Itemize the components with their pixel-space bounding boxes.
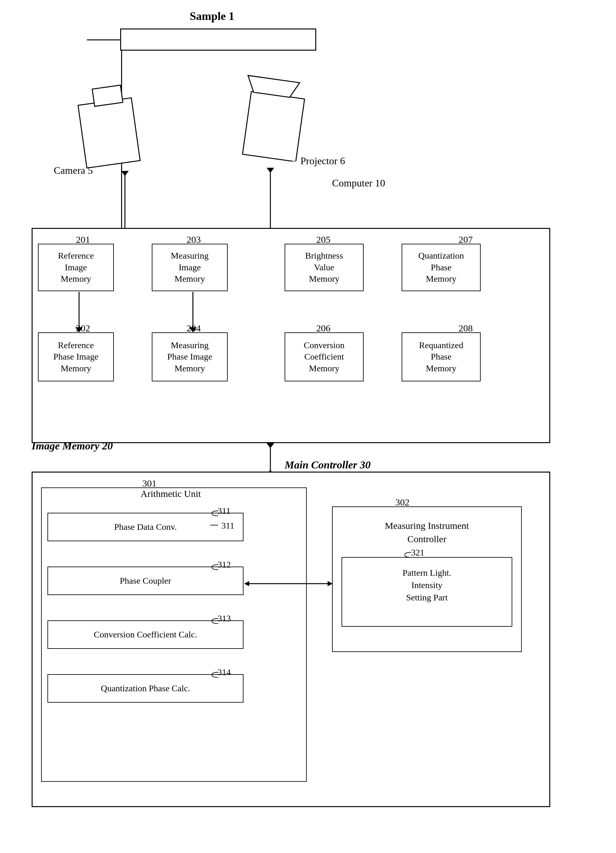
- svg-rect-3: [78, 98, 140, 168]
- arithmetic-unit-label: Arithmetic Unit: [107, 489, 234, 499]
- projector-svg: [240, 73, 313, 161]
- computer-label: Computer 10: [332, 177, 385, 189]
- svg-marker-24: [328, 581, 333, 586]
- bracket-311: [209, 508, 221, 519]
- cell-207: QuantizationPhaseMemory: [402, 244, 481, 291]
- svg-marker-17: [266, 443, 274, 448]
- cell-203-text: MeasuringImageMemory: [171, 250, 209, 285]
- num-206: 206: [316, 323, 330, 334]
- cell-207-text: QuantizationPhaseMemory: [418, 250, 464, 285]
- svg-marker-22: [244, 581, 249, 586]
- cell-312-text: Phase Coupler: [120, 576, 171, 586]
- num-207: 207: [459, 234, 473, 245]
- camera-svg: [76, 82, 145, 171]
- svg-marker-10: [266, 168, 274, 173]
- cell-205-text: BrightnessValueMemory: [305, 250, 343, 285]
- svg-rect-8: [242, 91, 304, 161]
- cell-206: ConversionCoefficientMemory: [285, 332, 364, 381]
- arrow-camera-mem: [121, 171, 129, 235]
- cell-311-text: Phase Data Conv.: [114, 522, 177, 532]
- controller-title: Measuring InstrumentController: [335, 519, 519, 546]
- num-203: 203: [186, 234, 201, 245]
- setting-part-text: Pattern Light.IntensitySetting Part: [345, 566, 509, 604]
- num-311: 311: [221, 522, 240, 533]
- bracket-313: [209, 616, 221, 626]
- cell-204-text: MeasuringPhase ImageMemory: [167, 340, 212, 374]
- cell-203: MeasuringImageMemory: [152, 244, 228, 291]
- bracket-312: [209, 562, 221, 572]
- cell-205: BrightnessValueMemory: [285, 244, 364, 291]
- bracket-321: [402, 550, 414, 560]
- svg-rect-4: [92, 85, 123, 106]
- cell-208-text: RequantizedPhaseMemory: [419, 340, 463, 374]
- arrow-312-302: [244, 580, 333, 589]
- sample-label: Sample 1: [190, 9, 234, 23]
- cell-201-text: ReferenceImageMemory: [58, 250, 94, 285]
- bracket-314: [209, 670, 221, 680]
- num-201: 201: [76, 234, 90, 245]
- arrow-proj-mem: [266, 168, 274, 235]
- cell-201: ReferenceImageMemory: [38, 244, 114, 291]
- num-302: 302: [395, 497, 410, 508]
- arrow-mem-ctrl: [266, 443, 274, 476]
- sample-box: [120, 29, 316, 51]
- num-205: 205: [316, 234, 330, 245]
- projector-group: [240, 73, 313, 163]
- num-208: 208: [459, 323, 473, 334]
- cell-204: MeasuringPhase ImageMemory: [152, 332, 228, 381]
- camera-group: [76, 82, 145, 172]
- svg-marker-5: [121, 171, 129, 176]
- cell-313-text: Conversion Coefficient Calc.: [94, 630, 197, 640]
- svg-text:311: 311: [221, 522, 234, 530]
- cell-208: RequantizedPhaseMemory: [402, 332, 481, 381]
- image-memory-label: Image Memory 20: [32, 440, 113, 452]
- cell-206-text: ConversionCoefficientMemory: [304, 340, 344, 374]
- cell-202: ReferencePhase ImageMemory: [38, 332, 114, 381]
- num-202: 202: [76, 323, 90, 334]
- num-301: 301: [142, 478, 156, 489]
- cell-314-text: Quantization Phase Calc.: [101, 683, 190, 694]
- main-controller-label: Main Controller 30: [285, 459, 371, 471]
- projector-label: Projector 6: [300, 155, 345, 167]
- num-204: 204: [186, 323, 201, 334]
- cell-202-text: ReferencePhase ImageMemory: [53, 340, 98, 374]
- diagram-container: Sample 1 Camera 5: [0, 0, 616, 853]
- camera-label: Camera 5: [54, 165, 93, 176]
